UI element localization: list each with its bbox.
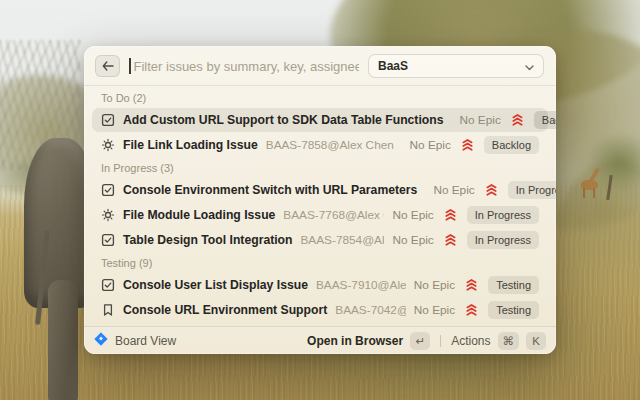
issue-epic: No Epic (433, 183, 474, 197)
issue-row[interactable]: Table Design Tool Integration BAAS-7854@… (92, 228, 548, 252)
return-key-badge: ↵ (410, 332, 430, 350)
issue-key-assignee: BAAS-7768@Alex Chen (283, 208, 384, 222)
status-badge: Backlog (534, 111, 556, 129)
issue-list: To Do (2) Add Custom URL Support to SDK … (84, 86, 556, 326)
issue-title: File Link Loading Issue (123, 138, 258, 152)
issue-filter-window: BaaS To Do (2) Add Custom URL Support to… (84, 46, 556, 354)
priority-highest-icon (465, 278, 478, 292)
issue-epic: No Epic (459, 113, 500, 127)
footer-bar: Board View Open in Browser ↵ Actions ⌘ K (84, 326, 556, 354)
issue-row[interactable]: Console URL Environment Support BAAS-704… (92, 298, 548, 322)
bookmark-icon (101, 303, 115, 317)
command-key-badge: ⌘ (498, 332, 520, 350)
section-label: Testing (9) (101, 257, 539, 270)
elephant-leg (48, 280, 78, 400)
issue-title: Add Custom URL Support to SDK Data Table… (123, 113, 443, 127)
giraffe-leg (593, 188, 595, 198)
status-badge: Testing (488, 276, 539, 294)
search-input[interactable] (134, 59, 360, 74)
k-key-badge: K (526, 332, 546, 350)
task-checkbox-icon (101, 233, 115, 247)
task-checkbox-icon (101, 113, 115, 127)
section-label: To Do (2) (101, 92, 539, 105)
task-checkbox-icon (101, 183, 115, 197)
status-badge: In Progress (508, 181, 556, 199)
section-rows: Console User List Display Issue BAAS-791… (92, 273, 548, 322)
issue-epic: No Epic (414, 278, 455, 292)
task-checkbox-icon (101, 278, 115, 292)
issue-section: To Do (2) Add Custom URL Support to SDK … (92, 92, 548, 157)
section-rows: Add Custom URL Support to SDK Data Table… (92, 108, 548, 157)
giraffe-leg (583, 188, 585, 198)
status-badge: In Progress (467, 206, 539, 224)
priority-highest-icon (511, 113, 524, 127)
search-header: BaaS (84, 46, 556, 85)
board-view-label: Board View (115, 334, 176, 348)
status-badge: Backlog (484, 136, 539, 154)
issue-epic: No Epic (414, 303, 455, 317)
open-in-browser-button[interactable]: Open in Browser (307, 334, 403, 348)
issue-row[interactable]: File Module Loading Issue BAAS-7768@Alex… (92, 203, 548, 227)
issue-row[interactable]: Console User List Display Issue BAAS-791… (92, 273, 548, 297)
priority-highest-icon (485, 183, 498, 197)
priority-highest-icon (444, 208, 457, 222)
issue-epic: No Epic (392, 208, 433, 222)
footer-divider (440, 335, 441, 347)
actions-button[interactable]: Actions (451, 334, 490, 348)
issue-title: Table Design Tool Integration (123, 233, 293, 247)
arrow-left-icon (102, 57, 114, 75)
issue-key-assignee: BAAS-7042@Mike Liu (335, 303, 406, 317)
issue-title: File Module Loading Issue (123, 208, 275, 222)
issue-epic: No Epic (410, 138, 451, 152)
back-button[interactable] (95, 55, 120, 77)
chevron-down-icon (525, 57, 534, 75)
issue-key-assignee: BAAS-7858@Alex Chen (266, 138, 402, 152)
priority-highest-icon (465, 303, 478, 317)
issue-key-assignee: BAAS-7910@Alex Chen (316, 278, 406, 292)
issue-row[interactable]: Console Environment Switch with URL Para… (92, 178, 548, 202)
priority-highest-icon (444, 233, 457, 247)
section-rows: Console Environment Switch with URL Para… (92, 178, 548, 252)
status-badge: In Progress (467, 231, 539, 249)
jira-icon (94, 332, 108, 350)
status-badge: Testing (488, 301, 539, 319)
bug-icon (101, 208, 115, 222)
issue-title: Console User List Display Issue (123, 278, 308, 292)
issue-key-assignee: BAAS-7854@Alex Chen (301, 233, 385, 247)
text-caret (129, 58, 131, 74)
section-label: In Progress (3) (101, 162, 539, 175)
project-dropdown[interactable]: BaaS (368, 54, 544, 78)
issue-row[interactable]: File Link Loading Issue BAAS-7858@Alex C… (92, 133, 548, 157)
issue-section: Testing (9) Console User List Display Is… (92, 257, 548, 322)
priority-highest-icon (461, 138, 474, 152)
issue-section: In Progress (3) Console Environment Swit… (92, 162, 548, 252)
issue-title: Console URL Environment Support (123, 303, 327, 317)
issue-epic: No Epic (392, 233, 433, 247)
board-view-button[interactable]: Board View (94, 332, 176, 350)
project-dropdown-value: BaaS (378, 59, 408, 73)
bug-icon (101, 138, 115, 152)
issue-row[interactable]: Add Custom URL Support to SDK Data Table… (92, 108, 548, 132)
issue-title: Console Environment Switch with URL Para… (123, 183, 417, 197)
